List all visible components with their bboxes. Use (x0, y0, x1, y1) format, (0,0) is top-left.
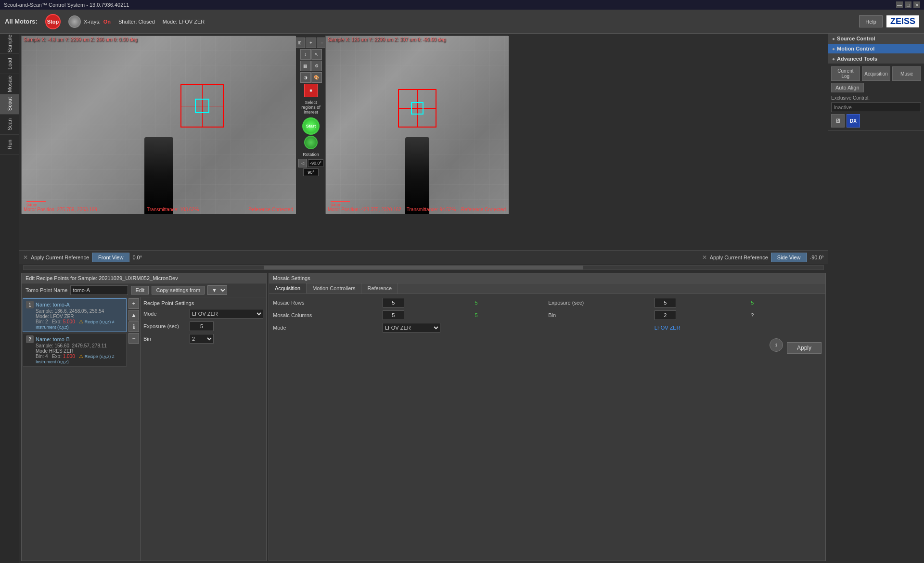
side-roi-box[interactable] (398, 89, 436, 128)
remove-point-button[interactable]: − (128, 333, 139, 344)
bin-question: ? (751, 312, 821, 318)
bin-input[interactable] (654, 310, 676, 320)
sidebar-item-scan[interactable]: Scan (0, 115, 19, 135)
advanced-tools-section: ● Advanced Tools Current Log Acquisition… (828, 54, 924, 131)
horizontal-scrollbar[interactable] (23, 265, 824, 270)
add-point-button[interactable]: + (128, 298, 139, 309)
zoom-in-button[interactable]: + (306, 38, 316, 48)
sidebar-item-run[interactable]: Run (0, 135, 19, 155)
copy-dropdown[interactable]: ▼ (207, 285, 227, 295)
side-view-button[interactable]: Side View (771, 253, 807, 262)
move-up-button[interactable]: ▲ (128, 310, 139, 320)
mosaic-cols-green: 5 (475, 312, 546, 318)
sidebar-item-sample[interactable]: Sample (0, 34, 19, 54)
info-button[interactable]: ℹ (128, 321, 139, 332)
settings-mode-select[interactable]: LFOV ZER (190, 309, 263, 319)
tab-motion-controllers[interactable]: Motion Controllers (307, 283, 361, 294)
front-reference: Reference Corrected (248, 207, 293, 212)
sidebar-item-load[interactable]: Load (0, 54, 19, 74)
start-button[interactable]: Start (302, 117, 320, 135)
sidebar-label-scan: Scan (7, 118, 13, 130)
acquisition-button[interactable]: Acquisition (862, 66, 891, 81)
exclusive-input[interactable] (831, 102, 921, 112)
sidebar-item-scout[interactable]: Scout (0, 94, 19, 115)
side-motor-pos: Motor Position: 428.375, 2320.162 (328, 207, 401, 212)
help-button[interactable]: Help (859, 15, 883, 27)
mosaic-info-button[interactable]: ℹ (770, 338, 783, 352)
monitor-icon-button[interactable]: 🖥 (831, 114, 845, 128)
settings-bin-select[interactable]: 2 (190, 334, 214, 344)
mosaic-cols-input[interactable] (383, 310, 404, 320)
source-control-header[interactable]: ● Source Control (828, 34, 924, 43)
exposure-label: Exposure (sec) (548, 300, 652, 306)
recipe-panel: Edit Recipe Points for Sample: 20211029_… (21, 273, 267, 561)
rot-value-input[interactable] (308, 159, 323, 167)
stop-button[interactable]: Stop (45, 14, 61, 29)
front-apply-ref-label: Apply Current Reference (31, 255, 89, 260)
middle-toolbar: ⊞ + − ↕ ↖ ▦ ⚙ ◑ 🎨 ■ Select regions of in (296, 36, 325, 178)
tab-acquisition[interactable]: Acquisition (269, 283, 307, 294)
tomo-item-2-sample: Sample: 156.60, 2479.57, 278.11 (26, 343, 123, 348)
mosaic-rows-input[interactable] (383, 298, 404, 307)
tomo-point-input[interactable] (70, 285, 128, 295)
front-viewer: Sample X: -4.8 um Y: 2299 um Z: 266 um θ… (21, 36, 295, 214)
pan-button[interactable]: ↕ (300, 49, 311, 60)
copy-settings-button[interactable]: Copy settings from (152, 286, 205, 294)
scroll-bar-area (19, 264, 828, 271)
side-viewer-canvas[interactable]: 94um (326, 36, 509, 214)
exposure-input[interactable] (654, 298, 676, 307)
palette-button[interactable]: 🎨 (311, 72, 322, 83)
tomo-item-1-mode: Mode: LFOV ZER (26, 314, 123, 319)
settings-exposure-input[interactable] (190, 321, 214, 331)
auto-align-button[interactable]: Auto Align (831, 83, 864, 92)
advanced-tools-header[interactable]: ● Advanced Tools (828, 54, 924, 64)
tomo-list: 1 Name: tomo-A Sample: 136.6, 2458.05, 2… (22, 297, 128, 561)
mode-select[interactable]: LFOV ZER (383, 323, 440, 333)
mosaic-tabs: Acquisition Motion Controllers Reference (269, 283, 825, 294)
advanced-tools-title: Advanced Tools (837, 56, 877, 62)
music-button[interactable]: Music (892, 66, 921, 81)
tab-reference[interactable]: Reference (361, 283, 398, 294)
side-apply-ref-label: Apply Current Reference (710, 255, 768, 260)
mosaic-footer: ℹ Apply (269, 336, 825, 358)
apply-button[interactable]: Apply (787, 342, 821, 354)
settings-mode-label: Mode (143, 311, 187, 317)
mosaic-acquisition-content: Mosaic Rows 5 Exposure (sec) 5 Mosaic Co… (269, 294, 825, 336)
green-circle-button[interactable] (304, 136, 318, 149)
front-roi-box[interactable] (180, 84, 224, 128)
side-close-icon[interactable]: ✕ (702, 254, 707, 261)
start-label: Start (306, 124, 316, 128)
contrast-button[interactable]: ◑ (300, 72, 311, 83)
mode-label: Mode: LFOV ZER (163, 19, 205, 25)
front-view-button[interactable]: Front View (92, 253, 129, 262)
tools-btn-row-1: Current Log Acquisition Music (831, 66, 921, 81)
dx-icon-button[interactable]: DX (847, 114, 860, 128)
zoom-fit-button[interactable]: ⊞ (295, 38, 305, 48)
settings-button[interactable]: ⚙ (311, 61, 322, 71)
settings-bin-row: Bin 2 (143, 334, 263, 344)
tomo-item-1[interactable]: 1 Name: tomo-A Sample: 136.6, 2458.05, 2… (23, 298, 127, 332)
sidebar-item-mosaic[interactable]: Mosaic (0, 74, 19, 94)
close-button[interactable]: ✕ (913, 1, 920, 8)
exclusive-label: Exclusive Control: (831, 95, 921, 101)
rot-value2-input[interactable] (303, 168, 319, 176)
rot-left-button[interactable]: ◁ (298, 159, 307, 167)
red-button[interactable]: ■ (304, 84, 318, 97)
front-close-icon[interactable]: ✕ (23, 254, 28, 261)
arrow-button[interactable]: ↖ (311, 49, 322, 60)
scroll-spacer (150, 255, 694, 260)
tomo-item-2[interactable]: 2 Name: tomo-B Sample: 156.60, 2479.57, … (23, 333, 127, 367)
edit-button[interactable]: Edit (131, 286, 149, 294)
front-viewer-canvas[interactable]: 94um (22, 36, 296, 214)
tomo-item-1-num: 1 (26, 301, 34, 308)
minimize-button[interactable]: — (896, 1, 903, 8)
maximize-button[interactable]: □ (905, 1, 911, 8)
crop-button[interactable]: ▦ (300, 61, 311, 71)
window-controls: — □ ✕ (896, 1, 920, 8)
motion-control-header[interactable]: ● Motion Control (828, 44, 924, 53)
current-log-button[interactable]: Current Log (831, 66, 860, 81)
scrollbar-thumb[interactable] (264, 266, 584, 269)
select-roi-label: Select regions of interest (297, 100, 324, 115)
dx-label: DX (850, 118, 857, 124)
side-angle-display: -90.0° (810, 255, 824, 260)
